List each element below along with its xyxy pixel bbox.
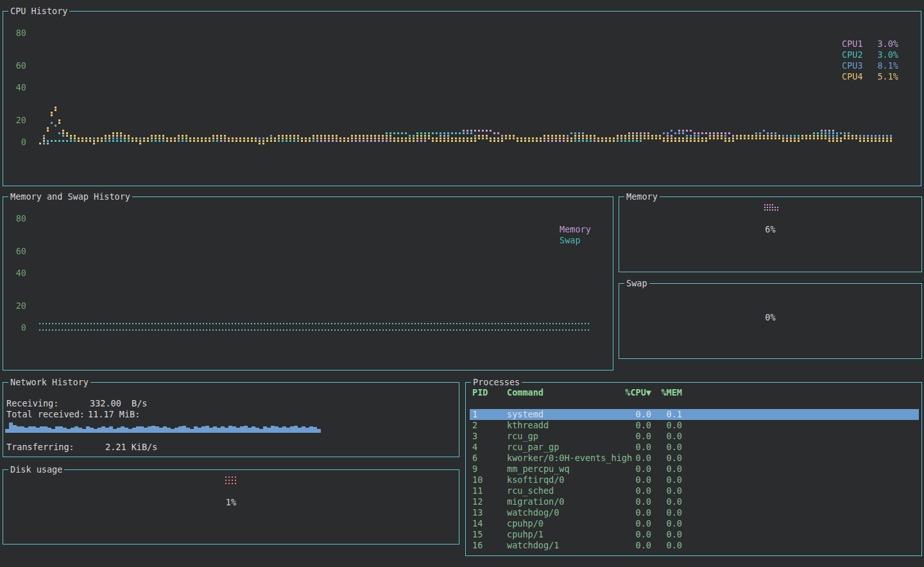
process-row-15[interactable]: 15cpuhp/10.00.0 <box>470 529 919 540</box>
memory-gauge-percent: 6% <box>619 224 921 234</box>
process-pid: 11 <box>472 485 483 496</box>
cpu-tick-40: 40 <box>3 82 26 92</box>
cpu-legend-name: CPU2 <box>842 49 863 60</box>
memory-swap-history-chart <box>3 197 613 370</box>
process-cpu-percent: 0.0 <box>606 507 651 518</box>
cpu-legend-value: 3.0% <box>877 39 898 49</box>
process-row-10[interactable]: 10ksoftirqd/00.00.0 <box>470 475 919 485</box>
process-cpu-percent: 0.0 <box>606 518 651 529</box>
process-pid: 6 <box>472 453 477 464</box>
memory-gauge-title: Memory <box>624 191 660 202</box>
process-command: migration/0 <box>507 496 564 507</box>
process-row-9[interactable]: 9mm_percpu_wq0.00.0 <box>470 464 919 475</box>
process-mem-percent: 0.0 <box>653 431 682 442</box>
process-cpu-percent: 0.0 <box>606 464 651 475</box>
memswap-tick-0: 0 <box>3 322 26 333</box>
process-mem-percent: 0.0 <box>653 529 682 540</box>
disk-usage-title: Disk usage <box>8 464 64 475</box>
process-mem-percent: 0.0 <box>653 442 682 453</box>
process-command: cpuhp/0 <box>507 518 543 529</box>
process-cpu-percent: 0.0 <box>606 442 651 453</box>
cpu-legend-item-cpu3: CPU38.1% <box>842 60 898 71</box>
process-row-11[interactable]: 11rcu_sched0.00.0 <box>470 485 919 496</box>
memory-gauge-dots-icon <box>764 204 781 213</box>
process-row-12[interactable]: 12migration/00.00.0 <box>470 496 919 507</box>
cpu-legend-item-cpu1: CPU13.0% <box>842 39 898 49</box>
cpu-legend-value: 5.1% <box>877 71 898 82</box>
process-mem-percent: 0.1 <box>653 409 682 420</box>
memory-gauge-panel: Memory 6% <box>619 196 922 272</box>
process-pid: 1 <box>472 409 477 420</box>
network-receiving-label: Receiving: <box>6 398 58 408</box>
process-pid: 4 <box>472 442 477 453</box>
cpu-legend-item-cpu2: CPU23.0% <box>842 49 898 60</box>
process-command: ksoftirqd/0 <box>507 475 564 485</box>
process-pid: 9 <box>472 464 477 475</box>
memswap-legend-item-memory: Memory <box>560 224 591 234</box>
process-command: watchdog/1 <box>507 540 559 551</box>
process-row-4[interactable]: 4rcu_par_gp0.00.0 <box>470 442 919 453</box>
process-mem-percent: 0.0 <box>653 464 682 475</box>
memswap-tick-80: 80 <box>3 213 26 223</box>
process-command: cpuhp/1 <box>507 529 543 540</box>
memswap-tick-60: 60 <box>3 246 26 256</box>
process-cpu-percent: 0.0 <box>606 453 651 464</box>
swap-gauge-panel: Swap 0% <box>619 283 922 359</box>
process-cpu-percent: 0.0 <box>606 485 651 496</box>
process-cpu-percent: 0.0 <box>606 420 651 431</box>
process-row-16[interactable]: 16watchdog/10.00.0 <box>470 540 919 551</box>
processes-header-mem: %MEM <box>653 387 682 398</box>
disk-usage-dots-icon <box>225 476 238 485</box>
memswap-legend-item-swap: Swap <box>560 235 581 245</box>
network-receiving-value: 332.00 B/s <box>90 398 147 408</box>
processes-header-pid: PID <box>472 387 488 398</box>
process-command: kthreadd <box>507 420 549 431</box>
memswap-tick-40: 40 <box>3 268 26 278</box>
process-pid: 10 <box>472 475 483 485</box>
process-mem-percent: 0.0 <box>653 453 682 464</box>
process-mem-percent: 0.0 <box>653 496 682 507</box>
process-row-14[interactable]: 14cpuhp/00.00.0 <box>470 518 919 529</box>
process-cpu-percent: 0.0 <box>606 409 651 420</box>
process-mem-percent: 0.0 <box>653 540 682 551</box>
network-receive-sparkline <box>5 416 323 433</box>
process-pid: 12 <box>472 496 483 507</box>
process-pid: 3 <box>472 431 477 442</box>
process-row-13[interactable]: 13watchdog/00.00.0 <box>470 507 919 518</box>
process-row-1[interactable]: 1systemd0.00.1 <box>470 409 919 420</box>
cpu-legend-value: 8.1% <box>877 60 898 71</box>
network-transferring-value: 2.21 KiB/s <box>105 442 157 452</box>
cpu-tick-80: 80 <box>3 28 26 38</box>
process-command: rcu_par_gp <box>507 442 559 453</box>
cpu-legend-item-cpu4: CPU45.1% <box>842 71 898 82</box>
memory-swap-history-panel: Memory and Swap History 806040200 Memory… <box>3 196 613 371</box>
disk-usage-percent: 1% <box>3 497 459 507</box>
process-cpu-percent: 0.0 <box>606 540 651 551</box>
process-command: systemd <box>507 409 543 420</box>
processes-panel: Processes PID Command %CPU▼ %MEM 1system… <box>465 382 922 556</box>
process-command: mm_percpu_wq <box>507 464 570 475</box>
process-pid: 16 <box>472 540 483 551</box>
process-row-3[interactable]: 3rcu_gp0.00.0 <box>470 431 919 442</box>
network-history-title: Network History <box>8 377 90 387</box>
disk-usage-panel: Disk usage 1% <box>3 469 459 545</box>
process-cpu-percent: 0.0 <box>606 431 651 442</box>
process-mem-percent: 0.0 <box>653 518 682 529</box>
process-row-2[interactable]: 2kthreadd0.00.0 <box>470 420 919 431</box>
cpu-history-panel: CPU History 806040200 CPU13.0%CPU23.0%CP… <box>3 11 921 186</box>
process-row-6[interactable]: 6kworker/0:0H-events_high0.00.0 <box>470 453 919 464</box>
process-mem-percent: 0.0 <box>653 420 682 431</box>
swap-gauge-percent: 0% <box>619 312 921 322</box>
process-mem-percent: 0.0 <box>653 475 682 485</box>
processes-header-cpu-sort: %CPU▼ <box>606 387 651 398</box>
cpu-tick-0: 0 <box>3 137 26 147</box>
cpu-legend-name: CPU1 <box>842 39 863 49</box>
process-command: watchdog/0 <box>507 507 559 518</box>
processes-header-command: Command <box>507 387 543 398</box>
process-mem-percent: 0.0 <box>653 507 682 518</box>
cpu-tick-60: 60 <box>3 60 26 71</box>
network-history-panel: Network History Receiving: 332.00 B/s To… <box>3 382 459 457</box>
process-cpu-percent: 0.0 <box>606 475 651 485</box>
process-cpu-percent: 0.0 <box>606 529 651 540</box>
process-cpu-percent: 0.0 <box>606 496 651 507</box>
